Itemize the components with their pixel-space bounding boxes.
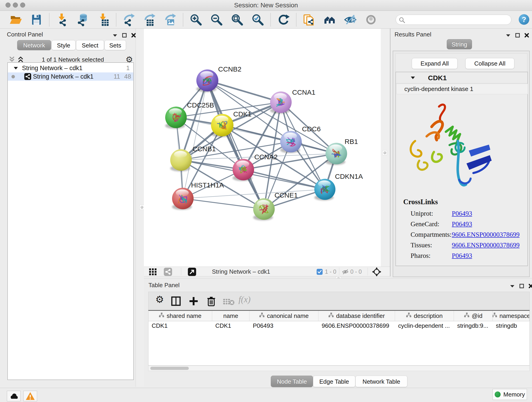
tab-edge-table[interactable]: Edge Table	[313, 376, 355, 387]
show-columns-icon[interactable]	[171, 296, 181, 306]
panel-menu-icon[interactable]	[112, 33, 118, 37]
crosslink-link[interactable]: P06493	[452, 252, 472, 259]
network-view-icon-disabled[interactable]	[164, 268, 172, 276]
import-network-file-icon[interactable]	[56, 13, 69, 26]
table-cell[interactable]: stringdb:9...	[454, 321, 493, 331]
column-header-database-identifier[interactable]: database identifier	[318, 311, 395, 321]
memory-button[interactable]: Memory	[493, 389, 527, 400]
detach-view-icon[interactable]	[188, 268, 196, 276]
add-column-icon[interactable]	[189, 296, 199, 306]
delete-column-icon[interactable]	[206, 296, 216, 307]
tab-sets[interactable]: Sets	[104, 40, 126, 50]
zoom-out-icon[interactable]	[210, 13, 223, 26]
collapse-all-button[interactable]: Collapse All	[465, 58, 514, 69]
grid-view-icon[interactable]	[149, 268, 158, 275]
warnings-button[interactable]	[23, 391, 37, 401]
tab-node-table[interactable]: Node Table	[271, 376, 313, 387]
column-header-description[interactable]: description	[395, 311, 454, 321]
edge[interactable]	[183, 198, 264, 209]
node-HIST1H1A[interactable]: HIST1H1A	[172, 181, 224, 210]
splitter-handle-icon[interactable]	[382, 150, 387, 155]
tree-expand-icon[interactable]	[13, 66, 18, 70]
tree-network-row-selected[interactable]: String Network – cdk1 11 48	[8, 72, 133, 81]
open-file-icon[interactable]	[9, 13, 22, 26]
crosslink-link[interactable]: 9606.ENSP00000378699	[452, 231, 520, 238]
edge[interactable]	[183, 80, 207, 198]
expand-all-button[interactable]: Expand All	[412, 58, 457, 69]
crosslink-row: Uniprot: P06493	[396, 210, 527, 220]
column-header-name[interactable]: name	[212, 311, 250, 321]
zoom-fit-icon[interactable]	[230, 13, 244, 26]
panel-menu-icon[interactable]	[510, 284, 515, 288]
export-image-icon[interactable]	[164, 13, 177, 26]
zoom-in-icon[interactable]	[189, 13, 203, 26]
import-table-file-icon[interactable]	[97, 13, 110, 26]
crosslink-row: GeneCard: P06493	[396, 220, 527, 231]
save-session-icon[interactable]	[30, 13, 43, 26]
crosslink-link[interactable]: P06493	[452, 210, 472, 217]
search-input[interactable]	[406, 15, 508, 24]
tab-select[interactable]: Select	[76, 40, 104, 50]
table-row[interactable]: CDK1CDK1P064939606.ENSP00000378699cyclin…	[148, 321, 530, 331]
search-box[interactable]	[396, 15, 511, 25]
crosslink-link[interactable]: 9606.ENSP00000378699	[452, 241, 520, 249]
table-settings-gear-icon[interactable]: ⚙	[155, 294, 164, 305]
panel-float-icon[interactable]	[122, 33, 127, 38]
current-network-dot	[12, 75, 15, 78]
tree-root-row[interactable]: String Network – cdk1 1	[8, 64, 133, 72]
column-header-namespace[interactable]: namespace	[493, 311, 530, 321]
import-network-database-icon[interactable]	[76, 13, 89, 26]
network-tree: String Network – cdk1 1 String Network –…	[7, 62, 134, 380]
panel-menu-icon[interactable]	[505, 33, 511, 37]
table-cell[interactable]: CDK1	[212, 321, 250, 331]
left-splitter[interactable]	[136, 29, 144, 387]
right-splitter[interactable]	[381, 29, 390, 276]
edge[interactable]	[207, 80, 281, 102]
node-CCNA1[interactable]: CCNA1	[270, 89, 316, 114]
network-canvas[interactable]: CCNB2 CCNA1 CDC25B CDK1 CDC6 RB1 CCNB1	[144, 29, 381, 267]
table-cell[interactable]: stringdb	[493, 321, 530, 331]
zoom-selected-icon[interactable]	[251, 13, 264, 26]
help-button[interactable]: ?	[518, 14, 530, 25]
refresh-layout-icon[interactable]	[277, 13, 290, 26]
node-CDK1[interactable]: CDK1	[211, 110, 252, 137]
panel-close-icon[interactable]	[524, 33, 529, 38]
node-table[interactable]: shared namenamecanonical namedatabase id…	[148, 310, 530, 366]
table-cell[interactable]: 9606.ENSP00000378699	[318, 321, 395, 331]
panel-float-icon[interactable]	[519, 283, 524, 288]
tab-style[interactable]: Style	[51, 40, 76, 50]
collapse-all-icon[interactable]	[8, 56, 16, 63]
section-collapse-icon[interactable]	[410, 76, 416, 80]
node-RB1[interactable]: RB1	[326, 138, 358, 165]
tab-string[interactable]: String	[447, 39, 472, 49]
column-header-shared-name[interactable]: shared name	[148, 311, 212, 321]
column-header-canonical-name[interactable]: canonical name	[249, 311, 318, 321]
scrollbar-thumb[interactable]	[150, 367, 189, 370]
table-cell[interactable]: CDK1	[148, 321, 212, 331]
panel-float-icon[interactable]	[515, 33, 520, 38]
panel-close-icon[interactable]	[528, 283, 532, 288]
table-horizontal-scrollbar[interactable]	[148, 366, 530, 371]
crosslink-label: GeneCard:	[411, 220, 439, 228]
table-cell[interactable]: P06493	[249, 321, 318, 331]
export-network-icon[interactable]	[122, 13, 136, 26]
clone-network-icon[interactable]	[302, 13, 316, 26]
edge[interactable]	[207, 80, 264, 209]
column-header--id[interactable]: @id	[454, 311, 493, 321]
protein-section-header[interactable]: CDK1	[396, 72, 527, 83]
node-CDC6[interactable]: CDC6	[280, 125, 321, 153]
home-icon[interactable]	[323, 13, 336, 26]
panel-close-icon[interactable]	[131, 33, 136, 38]
table-cell[interactable]: cyclin-dependent ...	[395, 321, 454, 331]
birdseye-navigator-icon[interactable]	[372, 267, 381, 277]
expand-all-icon[interactable]	[17, 56, 24, 63]
export-table-icon[interactable]	[143, 13, 156, 26]
crosslink-link[interactable]: P06493	[452, 220, 472, 228]
tab-network-table[interactable]: Network Table	[355, 376, 407, 387]
tab-network[interactable]: Network	[17, 40, 51, 50]
cloud-status-button[interactable]	[7, 391, 21, 401]
node-CDKN1A[interactable]: CDKN1A	[314, 172, 363, 201]
hide-eye-icon[interactable]	[344, 13, 357, 26]
selected-checkbox-icon[interactable]	[317, 269, 323, 275]
splitter-handle-icon[interactable]	[139, 205, 144, 210]
